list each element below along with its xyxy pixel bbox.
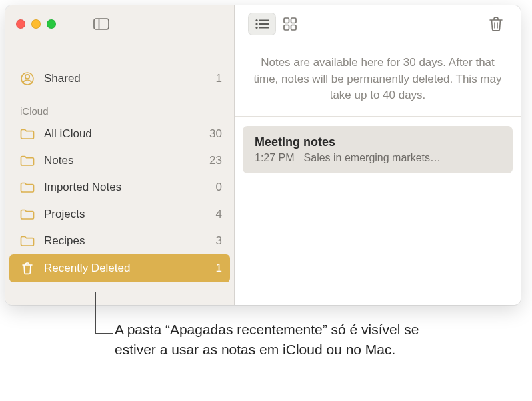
sidebar-item-label: Notes bbox=[44, 154, 200, 167]
fullscreen-button[interactable] bbox=[47, 19, 56, 29]
folder-list: Shared 1 iCloud All iCloud 30 Notes 23 bbox=[5, 43, 234, 282]
main-pane: Notes are available here for 30 days. Af… bbox=[235, 5, 521, 305]
sidebar-item-projects[interactable]: Projects 4 bbox=[5, 201, 234, 228]
svg-rect-0 bbox=[94, 19, 109, 29]
trash-icon bbox=[20, 262, 35, 275]
sidebar-toggle-button[interactable] bbox=[89, 14, 114, 34]
sidebar-item-count: 30 bbox=[209, 127, 222, 141]
callout-leader-line bbox=[95, 292, 96, 334]
callout-text: A pasta “Apagadas recentemente” só é vis… bbox=[115, 320, 428, 360]
sidebar-item-count: 0 bbox=[216, 181, 222, 194]
list-icon bbox=[255, 19, 269, 29]
close-button[interactable] bbox=[16, 19, 25, 29]
minimize-button[interactable] bbox=[31, 19, 41, 29]
trash-icon bbox=[489, 16, 503, 32]
titlebar bbox=[5, 5, 234, 43]
folder-icon bbox=[20, 154, 35, 167]
sidebar-item-shared[interactable]: Shared 1 bbox=[5, 65, 234, 92]
grid-view-button[interactable] bbox=[276, 13, 304, 35]
sidebar-item-label: Shared bbox=[44, 72, 207, 85]
folder-icon bbox=[20, 181, 35, 194]
svg-point-2 bbox=[25, 75, 29, 79]
sidebar-item-label: All iCloud bbox=[44, 127, 200, 141]
sidebar-item-count: 23 bbox=[209, 154, 222, 167]
sidebar-item-label: Projects bbox=[44, 208, 207, 221]
delete-button[interactable] bbox=[485, 13, 507, 35]
sidebar-item-notes[interactable]: Notes 23 bbox=[5, 147, 234, 174]
note-meta: 1:27 PM Sales in emerging markets… bbox=[255, 152, 501, 164]
sidebar-item-label: Recipes bbox=[44, 234, 207, 248]
svg-point-4 bbox=[255, 19, 257, 21]
sidebar: Shared 1 iCloud All iCloud 30 Notes 23 bbox=[5, 5, 235, 305]
sidebar-item-imported-notes[interactable]: Imported Notes 0 bbox=[5, 174, 234, 201]
list-view-button[interactable] bbox=[248, 13, 276, 35]
sidebar-item-label: Recently Deleted bbox=[44, 262, 207, 275]
sidebar-item-recently-deleted[interactable]: Recently Deleted 1 bbox=[9, 254, 230, 282]
note-time: 1:27 PM bbox=[255, 152, 295, 164]
folder-icon bbox=[20, 234, 35, 248]
sidebar-item-count: 1 bbox=[216, 72, 222, 85]
sidebar-item-count: 1 bbox=[216, 262, 222, 275]
note-title: Meeting notes bbox=[255, 135, 501, 149]
svg-point-6 bbox=[255, 23, 257, 25]
sidebar-item-all-icloud[interactable]: All iCloud 30 bbox=[5, 121, 234, 147]
main-toolbar bbox=[235, 5, 521, 43]
svg-point-8 bbox=[255, 27, 257, 29]
view-toggle bbox=[248, 13, 304, 35]
folder-icon bbox=[20, 208, 35, 221]
svg-rect-13 bbox=[291, 25, 297, 31]
svg-rect-10 bbox=[284, 18, 289, 23]
sidebar-item-count: 3 bbox=[216, 234, 222, 248]
folder-icon bbox=[20, 127, 35, 141]
svg-rect-12 bbox=[284, 25, 289, 31]
notes-window: Shared 1 iCloud All iCloud 30 Notes 23 bbox=[5, 5, 521, 305]
note-item[interactable]: Meeting notes 1:27 PM Sales in emerging … bbox=[243, 126, 513, 173]
shared-icon bbox=[20, 72, 35, 85]
sidebar-item-recipes[interactable]: Recipes 3 bbox=[5, 228, 234, 254]
info-banner: Notes are available here for 30 days. Af… bbox=[235, 43, 521, 117]
sidebar-item-label: Imported Notes bbox=[44, 181, 207, 194]
svg-rect-11 bbox=[291, 18, 297, 23]
section-header-icloud: iCloud bbox=[5, 92, 234, 121]
window-controls bbox=[16, 19, 56, 29]
sidebar-item-count: 4 bbox=[216, 208, 222, 221]
grid-icon bbox=[283, 17, 297, 31]
note-preview: Sales in emerging markets… bbox=[304, 152, 441, 164]
sidebar-icon bbox=[93, 18, 109, 30]
